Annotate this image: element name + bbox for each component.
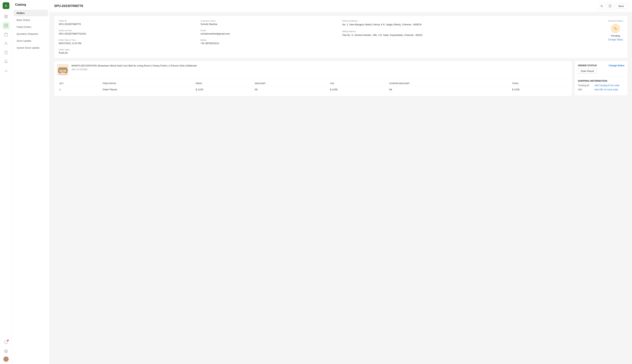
svg-rect-25 bbox=[59, 72, 60, 74]
url-row: URL Add URL for track order bbox=[578, 88, 624, 91]
user-avatar[interactable] bbox=[4, 356, 9, 362]
grid-icon[interactable] bbox=[2, 13, 10, 20]
sidebar-nav bbox=[2, 13, 10, 338]
shipping-info-section: SHIPPING INFORMATION Tracking ID Add Tra… bbox=[578, 77, 624, 92]
order-status-badge: Order Placed bbox=[578, 69, 597, 74]
back-button[interactable]: Back bbox=[615, 4, 627, 9]
nav-item-orders[interactable]: Orders bbox=[14, 10, 48, 16]
sku-value: XYZ12345 bbox=[77, 68, 87, 71]
order-id-value: SPU-202307068776 bbox=[59, 23, 197, 26]
url-label: URL bbox=[578, 88, 593, 91]
payment-status-value: Pending bbox=[611, 34, 620, 37]
order-line-group: Order Line No SPU-2023070687761401 bbox=[59, 29, 197, 35]
delivery-group: Delivery Address No. 1, New Bangaru Naid… bbox=[342, 20, 481, 26]
col-total: TOTAL bbox=[510, 81, 569, 86]
svg-rect-24 bbox=[63, 70, 66, 72]
order-id-group: Order ID SPU-202307068776 bbox=[59, 20, 197, 26]
svg-rect-22 bbox=[66, 68, 68, 73]
nav-item-failed-orders[interactable]: Failed Orders bbox=[14, 24, 48, 30]
order-value-group: Order Value ₹100.00 bbox=[59, 48, 197, 54]
main-header: SPU-202307068776 Back bbox=[50, 0, 632, 12]
cell-item-status: Order Placed bbox=[100, 86, 193, 93]
svg-rect-5 bbox=[6, 17, 7, 18]
customer-name-label: Customer Name bbox=[200, 20, 339, 22]
payment-icon bbox=[611, 24, 620, 33]
product-details: MAMTA DECORATION Sheesham Wood Sofa Cum … bbox=[72, 64, 569, 71]
tracking-id-label: Tracking ID bbox=[578, 84, 593, 87]
mobile-value: +91 9876543210 bbox=[200, 42, 339, 45]
svg-point-10 bbox=[5, 42, 7, 44]
billing-group: Billing Address Flat No. 5, Victoria Gar… bbox=[342, 30, 481, 37]
nav-item-quotation[interactable]: Quotation Requests bbox=[14, 30, 48, 37]
tracking-id-row: Tracking ID Add Tracking ID for order bbox=[578, 84, 624, 87]
payment-change-status-link[interactable]: Change Status bbox=[608, 38, 623, 41]
col-coupon: COUPON DISCOUNT bbox=[387, 81, 510, 86]
svg-rect-20 bbox=[59, 68, 67, 70]
col-qty: QTY bbox=[57, 81, 100, 86]
svg-rect-3 bbox=[6, 15, 7, 16]
add-url-link[interactable]: Add URL for track order bbox=[594, 88, 618, 91]
shipping-title: SHIPPING INFORMATION bbox=[578, 80, 624, 82]
svg-rect-4 bbox=[5, 17, 6, 18]
left-nav: Catalog Orders Back Orders Failed Orders… bbox=[12, 0, 50, 364]
cell-coupon: Nil bbox=[387, 86, 510, 93]
order-date-label: Order Date & Time bbox=[59, 39, 197, 41]
add-tracking-id-link[interactable]: Add Tracking ID for order bbox=[594, 84, 619, 87]
bell-icon[interactable] bbox=[2, 58, 10, 65]
document-button[interactable] bbox=[607, 3, 613, 10]
cell-tax: $ 1250 bbox=[328, 86, 387, 93]
order-change-status-link[interactable]: Change Status bbox=[609, 64, 624, 67]
svg-rect-2 bbox=[5, 15, 6, 16]
notes-icon[interactable] bbox=[2, 49, 10, 56]
col-price: PRICE bbox=[193, 81, 252, 86]
order-info-col2: Customer Name Schultz Martine Email schu… bbox=[200, 20, 339, 54]
cell-price: $ 1150 bbox=[193, 86, 252, 93]
products-icon[interactable] bbox=[2, 31, 10, 38]
header-actions: Back bbox=[598, 3, 627, 10]
order-status-header: ORDER STATUS Change Status bbox=[578, 64, 624, 67]
svg-rect-23 bbox=[59, 70, 62, 72]
email-group: Email schultzmartine@gmail.com bbox=[200, 29, 339, 35]
delivery-value: No. 1, New Bangaru Naidu Colony, K.K. Na… bbox=[342, 23, 481, 26]
order-date-group: Order Date & Time 06/07/2023, 6:22 PM bbox=[59, 39, 197, 45]
svg-rect-26 bbox=[65, 72, 66, 74]
table-row: 1 Order Placed $ 1150 Nil $ 1250 Nil $ 1… bbox=[57, 86, 569, 93]
table-header-row: QTY ITEM STATUS PRICE DISCOUNT TAX COUPO… bbox=[57, 81, 569, 86]
main-content: SPU-202307068776 Back Order ID SPU-20230… bbox=[50, 0, 632, 364]
mobile-label: Mobile bbox=[200, 39, 339, 41]
orders-icon[interactable] bbox=[2, 22, 10, 29]
order-info-col3: Delivery Address No. 1, New Bangaru Naid… bbox=[342, 20, 481, 54]
cell-qty: 1 bbox=[57, 86, 100, 93]
nav-item-stock-update[interactable]: Stock Update bbox=[14, 38, 48, 44]
product-name: MAMTA DECORATION Sheesham Wood Sofa Cum … bbox=[72, 64, 569, 68]
items-table: QTY ITEM STATUS PRICE DISCOUNT TAX COUPO… bbox=[57, 81, 569, 93]
app-logo[interactable]: S bbox=[3, 2, 10, 9]
order-status-section: ORDER STATUS Change Status Order Placed bbox=[578, 64, 624, 74]
order-date-value: 06/07/2023, 6:22 PM bbox=[59, 42, 197, 45]
svg-rect-6 bbox=[4, 24, 8, 27]
order-value-value: ₹100.00 bbox=[59, 52, 197, 54]
col-tax: TAX bbox=[328, 81, 387, 86]
email-value: schultzmartine@gmail.com bbox=[200, 32, 339, 35]
svg-point-27 bbox=[59, 74, 67, 75]
customer-name-group: Customer Name Schultz Martine bbox=[200, 20, 339, 26]
users-icon[interactable] bbox=[2, 40, 10, 47]
settings-icon[interactable] bbox=[2, 348, 10, 355]
payment-status-col: Payment Status Pending Change Status bbox=[484, 20, 623, 54]
customer-name-value: Schultz Martine bbox=[200, 23, 339, 26]
order-info-card: Order ID SPU-202307068776 Order Line No … bbox=[54, 16, 627, 58]
analytics-button[interactable] bbox=[598, 3, 605, 10]
product-sku: SKU XYZ12345 bbox=[72, 68, 569, 71]
notification-icon[interactable] bbox=[2, 338, 10, 346]
order-status-title: ORDER STATUS bbox=[578, 64, 597, 67]
col-item-status: ITEM STATUS bbox=[100, 81, 193, 86]
product-row: MAMTA DECORATION Sheesham Wood Sofa Cum … bbox=[57, 64, 569, 78]
nav-item-variant-stock[interactable]: Variant Stock Update bbox=[14, 44, 48, 51]
payment-status-label: Payment Status bbox=[608, 20, 623, 22]
chart-icon[interactable] bbox=[2, 67, 10, 74]
order-value-label: Order Value bbox=[59, 48, 197, 51]
nav-item-back-orders[interactable]: Back Orders bbox=[14, 17, 48, 23]
svg-text:S: S bbox=[5, 4, 7, 7]
col-discount: DISCOUNT bbox=[252, 81, 328, 86]
cell-discount: Nil bbox=[252, 86, 328, 93]
